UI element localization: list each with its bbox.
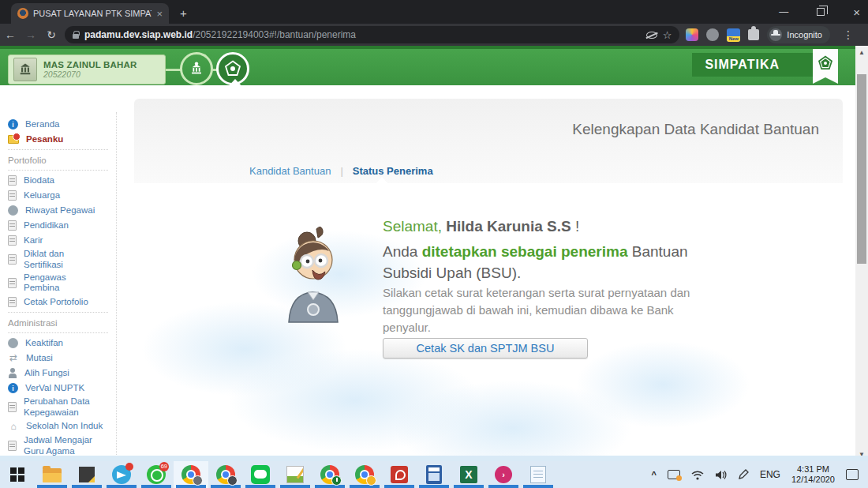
forward-button[interactable]: → — [21, 28, 41, 41]
minimize-button[interactable]: — — [779, 6, 788, 17]
greeting-exclaim: ! — [571, 218, 580, 235]
reload-button[interactable]: ↻ — [41, 28, 62, 41]
close-button[interactable]: × — [853, 6, 860, 19]
taskbar-media-app[interactable]: › — [486, 461, 521, 488]
divider — [8, 332, 108, 333]
windows-icon — [10, 467, 24, 482]
extension-color-icon[interactable] — [686, 28, 698, 41]
new-tab-button[interactable]: + — [180, 6, 187, 20]
ribbon-emblem-icon — [813, 49, 838, 84]
taskbar-notepad[interactable] — [521, 461, 556, 488]
sidebar-item-biodata[interactable]: Biodata — [8, 173, 116, 188]
sidebar-item-pesanku[interactable]: Pesanku — [8, 132, 116, 147]
eye-off-icon[interactable] — [646, 32, 657, 39]
user-name: MAS ZAINUL BAHAR — [43, 60, 137, 69]
address-bar[interactable]: padamu.dev.siap.web.id/20521922194003#!/… — [65, 26, 679, 43]
institution-icon[interactable] — [180, 52, 213, 85]
person-icon — [8, 368, 17, 378]
taskbar-calculator[interactable] — [417, 461, 451, 488]
taskbar-chrome-profile[interactable] — [208, 461, 243, 488]
sidebar-item-sekolah-non-induk[interactable]: ⌂Sekolah Non Induk — [8, 419, 116, 434]
taskbar-image-editor[interactable] — [278, 461, 312, 488]
document-icon — [8, 220, 17, 231]
browser-toolbar: ← → ↻ padamu.dev.siap.web.id/20521922194… — [0, 24, 868, 46]
sidebar-item-cetak-portofolio[interactable]: Cetak Portofolio — [8, 295, 116, 310]
wifi-icon[interactable] — [691, 470, 704, 480]
volume-icon[interactable] — [715, 470, 727, 480]
sticky-notes-icon — [79, 467, 95, 482]
divider — [8, 170, 108, 171]
taskbar-whatsapp[interactable]: 69 — [139, 461, 174, 488]
taskbar-sticky-notes[interactable] — [69, 461, 104, 488]
tray-clock[interactable]: 4:31 PM 12/14/2020 — [791, 464, 835, 485]
scrollbar-thumb[interactable] — [857, 74, 866, 264]
sidebar-item-beranda[interactable]: i Beranda — [8, 117, 116, 132]
tray-chevron-icon[interactable]: ^ — [651, 470, 656, 479]
brand-logo[interactable]: SIMPATIKA — [692, 53, 813, 77]
sidebar-item-mutasi[interactable]: ⇄Mutasi — [8, 351, 116, 366]
excel-icon: X — [460, 466, 477, 483]
sidebar-item-jadwal-mengajar[interactable]: Jadwal Mengajar Guru Agama — [8, 434, 116, 458]
taskbar-line[interactable] — [243, 461, 278, 488]
pen-icon[interactable] — [738, 469, 749, 480]
sidebar-item-riwayat-pegawai[interactable]: Riwayat Pegawai — [8, 203, 116, 218]
page-title: Kelengkapan Data Kandidat Bantuan — [572, 121, 819, 138]
header-pointer — [226, 79, 244, 88]
school-icon — [13, 58, 37, 81]
taskbar-chrome-clock[interactable] — [312, 461, 347, 488]
taskbar-chrome-incognito[interactable] — [174, 461, 208, 488]
taskbar-excel[interactable]: X — [451, 461, 486, 488]
recipient-name: Hilda Karunia S.S — [446, 218, 571, 235]
user-badge[interactable]: MAS ZAINUL BAHAR 20522070 — [8, 54, 166, 84]
extension-globe-icon[interactable] — [706, 28, 719, 41]
extension-new-badge: New — [727, 36, 740, 42]
sidebar-item-alih-fungsi[interactable]: Alih Fungsi — [8, 366, 116, 381]
support-avatar — [275, 224, 347, 330]
tray-language[interactable]: ENG — [760, 469, 780, 480]
sidebar-item-pendidikan[interactable]: Pendidikan — [8, 218, 116, 233]
taskbar-telegram[interactable] — [104, 461, 139, 488]
sidebar-item-keaktifan[interactable]: Keaktifan — [8, 336, 116, 351]
sidebar-item-perubahan-data[interactable]: Perubahan Data Kepegawaian — [8, 396, 116, 419]
running-indicator — [107, 485, 137, 488]
back-button[interactable]: ← — [0, 28, 21, 41]
extensions-puzzle-icon[interactable] — [748, 29, 759, 40]
sidebar-item-label: Jadwal Mengajar Guru Agama — [24, 435, 103, 457]
sidebar-item-karir[interactable]: Karir — [8, 233, 116, 248]
start-button[interactable] — [0, 461, 35, 488]
screen-share-icon[interactable] — [668, 470, 680, 479]
page-scrollbar[interactable]: ▲ ▼ — [855, 46, 868, 461]
browser-tab[interactable]: PUSAT LAYANAN PTK SIMPATIKA × — [11, 3, 169, 24]
tray-date: 12/14/2020 — [791, 475, 835, 485]
restore-button[interactable] — [817, 8, 825, 16]
lock-icon — [73, 34, 79, 39]
tab-status-penerima[interactable]: Status Penerima — [353, 165, 433, 177]
action-center-icon[interactable] — [846, 469, 859, 480]
sidebar-item-keluarga[interactable]: Keluarga — [8, 188, 116, 203]
sidebar-item-verval-nuptk[interactable]: iVerVal NUPTK — [8, 381, 116, 396]
sidebar-item-diklat[interactable]: Diklat dan Sertifikasi — [8, 248, 116, 272]
document-icon — [8, 175, 17, 186]
sidebar-item-label: Karir — [24, 235, 103, 246]
taskbar-acrobat[interactable] — [382, 461, 417, 488]
tab-kandidat-bantuan[interactable]: Kandidat Bantuan — [249, 165, 331, 177]
window-controls: — × — [779, 0, 860, 24]
running-indicator — [211, 485, 241, 488]
browser-menu-icon[interactable]: ⋮ — [843, 28, 854, 41]
taskbar-file-explorer[interactable] — [35, 461, 69, 488]
scroll-up-icon[interactable]: ▲ — [855, 49, 868, 56]
content-header-panel: Kelengkapan Data Kandidat Bantuan Kandid… — [134, 99, 843, 183]
sidebar: i Beranda Pesanku Portofolio Biodata Kel… — [0, 112, 117, 461]
line-icon — [251, 465, 270, 484]
sidebar-item-pengawas-pembina[interactable]: Pengawas Pembina — [8, 272, 116, 295]
url-text[interactable]: padamu.dev.siap.web.id/20521922194003#!/… — [84, 29, 641, 40]
cetak-sk-button[interactable]: Cetak SK dan SPTJM BSU — [383, 338, 588, 358]
taskbar: 69 X › ^ ENG 4:31 PM 12/14/2020 — [0, 461, 868, 488]
incognito-chip[interactable]: Incognito — [767, 26, 830, 43]
extension-new-icon[interactable]: New — [727, 28, 740, 42]
tab-close-icon[interactable]: × — [156, 8, 163, 20]
connector-line — [166, 69, 181, 71]
bookmark-star-icon[interactable]: ☆ — [663, 29, 672, 41]
sidebar-item-label: Alih Fungsi — [24, 368, 103, 379]
taskbar-chrome-extension[interactable] — [347, 461, 382, 488]
